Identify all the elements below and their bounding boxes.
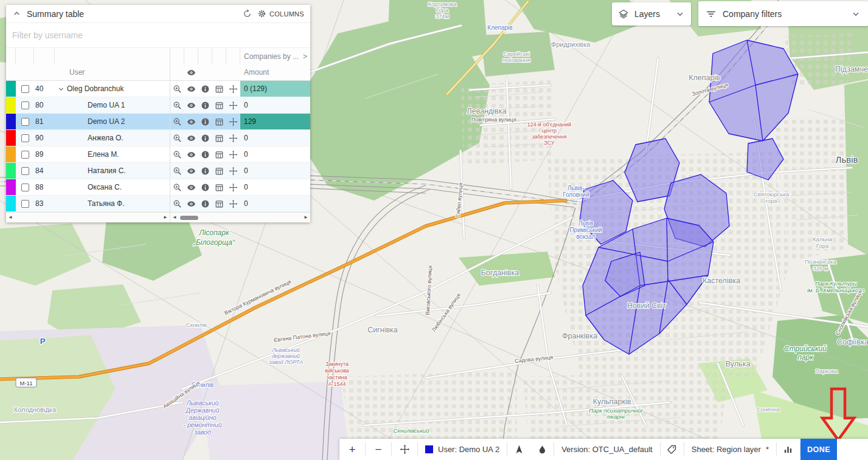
row-center-button[interactable] (226, 130, 240, 146)
row-visibility-button[interactable] (184, 179, 198, 195)
row-user: Анжела О. (67, 134, 170, 142)
row-visibility-button[interactable] (184, 81, 198, 97)
row-center-button[interactable] (226, 196, 240, 211)
row-info-button[interactable] (198, 114, 212, 129)
row-calendar-button[interactable] (212, 146, 226, 162)
map-label: Львів- (568, 185, 585, 191)
table-row[interactable]: 83 Татьяна Ф. 0 (6, 196, 310, 212)
map-label: А-1544 (328, 381, 345, 387)
row-info-button[interactable] (198, 130, 212, 146)
table-row[interactable]: 81 Demo UA 2 129 (6, 114, 310, 130)
map-label: Державний (186, 407, 220, 414)
row-visibility-button[interactable] (184, 97, 198, 113)
filter-username-input[interactable] (12, 29, 304, 42)
eye-icon (187, 183, 196, 192)
row-info-button[interactable] (198, 196, 212, 211)
row-checkbox[interactable] (21, 167, 29, 175)
row-user: Oleg Dobranchuk (67, 84, 170, 93)
row-calendar-button[interactable] (212, 81, 226, 97)
row-center-button[interactable] (226, 146, 240, 162)
table-row[interactable]: 90 Анжела О. 0 (6, 130, 310, 146)
scroll-left-icon[interactable]: ◄ (8, 215, 13, 220)
row-visibility-button[interactable] (184, 130, 198, 146)
row-checkbox[interactable] (21, 151, 29, 159)
layers-dropdown[interactable]: Layers (612, 2, 691, 26)
row-center-button[interactable] (226, 81, 240, 97)
map-label: Гора (816, 242, 829, 249)
row-center-button[interactable] (226, 114, 240, 129)
map-label: „Білогорща“ (193, 238, 235, 247)
row-zoom-button[interactable] (170, 146, 184, 162)
row-zoom-button[interactable] (170, 81, 184, 97)
table-row[interactable]: 40 Oleg Dobranchuk 0 (129) (6, 81, 310, 97)
row-zoom-button[interactable] (170, 163, 184, 179)
row-center-button[interactable] (226, 179, 240, 195)
row-center-button[interactable] (226, 97, 240, 113)
scrollbar-thumb[interactable] (180, 216, 198, 220)
refresh-icon[interactable] (243, 9, 252, 18)
company-filters-dropdown[interactable]: Company filters (698, 1, 868, 26)
row-expand-icon[interactable] (55, 85, 67, 93)
row-info-button[interactable] (198, 97, 212, 113)
magnifier-icon (173, 117, 182, 126)
info-icon (201, 134, 210, 143)
row-center-button[interactable] (226, 163, 240, 179)
row-calendar-button[interactable] (212, 130, 226, 146)
row-calendar-button[interactable] (212, 196, 226, 211)
zoom-in-button[interactable]: + (339, 439, 365, 460)
company-filters-label: Company filters (723, 9, 845, 19)
row-checkbox[interactable] (21, 85, 29, 93)
row-visibility-button[interactable] (184, 196, 198, 211)
table-row[interactable]: 89 Елена М. 0 (6, 146, 310, 163)
row-zoom-button[interactable] (170, 130, 184, 146)
expand-columns-icon[interactable]: > (303, 52, 307, 61)
scroll-right-icon[interactable]: ► (304, 215, 308, 220)
row-info-button[interactable] (198, 179, 212, 195)
recenter-button[interactable] (392, 439, 417, 460)
chart-button[interactable] (777, 439, 800, 460)
map-label: Сигнівка (367, 326, 398, 334)
table-row[interactable]: 88 Оксана С. 0 (6, 179, 310, 196)
row-amount: 129 (240, 114, 310, 129)
table-row[interactable]: 80 Demo UA 1 0 (6, 97, 310, 114)
row-checkbox[interactable] (21, 200, 29, 208)
row-checkbox[interactable] (21, 134, 29, 142)
map-label: Львів (578, 220, 594, 227)
collapse-panel-icon[interactable] (12, 9, 21, 18)
row-zoom-button[interactable] (170, 114, 184, 129)
row-info-button[interactable] (198, 81, 212, 97)
row-visibility-button[interactable] (184, 146, 198, 162)
row-calendar-button[interactable] (212, 97, 226, 113)
map-label: Вулька (726, 360, 751, 368)
columns-button[interactable]: COLUMNS (257, 9, 304, 18)
map-label: частина (327, 374, 347, 380)
scroll-right-icon[interactable]: ► (163, 215, 168, 220)
row-checkbox[interactable] (21, 118, 29, 126)
row-checkbox[interactable] (21, 184, 29, 191)
row-visibility-button[interactable] (184, 163, 198, 179)
table-row[interactable]: 84 Наталия С. 0 (6, 163, 310, 179)
row-checkbox[interactable] (21, 101, 29, 109)
right-pane-scrollbar[interactable]: ◄ ► (170, 213, 310, 222)
row-zoom-button[interactable] (170, 179, 184, 195)
scroll-left-icon[interactable]: ◄ (172, 215, 177, 220)
row-visibility-button[interactable] (184, 114, 198, 129)
map-label: Кастелівка (703, 276, 740, 285)
row-info-button[interactable] (198, 163, 212, 179)
style-tool-button[interactable] (530, 439, 554, 460)
tag-button[interactable] (661, 439, 684, 460)
done-button[interactable]: DONE (800, 439, 837, 460)
map-label: парк (797, 353, 814, 362)
cursor-tool-button[interactable] (507, 439, 530, 460)
row-zoom-button[interactable] (170, 196, 184, 211)
bottom-toolbar: + − User: Demo UA 2 Version: OTC_UA_defa… (339, 439, 868, 460)
row-zoom-button[interactable] (170, 97, 184, 113)
row-calendar-button[interactable] (212, 163, 226, 179)
row-info-button[interactable] (198, 146, 212, 162)
chevron-down-icon (851, 9, 861, 19)
magnifier-icon (173, 84, 182, 94)
row-calendar-button[interactable] (212, 179, 226, 195)
row-calendar-button[interactable] (212, 114, 226, 129)
left-pane-scrollbar[interactable]: ◄ ► (6, 213, 170, 222)
zoom-out-button[interactable]: − (366, 439, 391, 460)
